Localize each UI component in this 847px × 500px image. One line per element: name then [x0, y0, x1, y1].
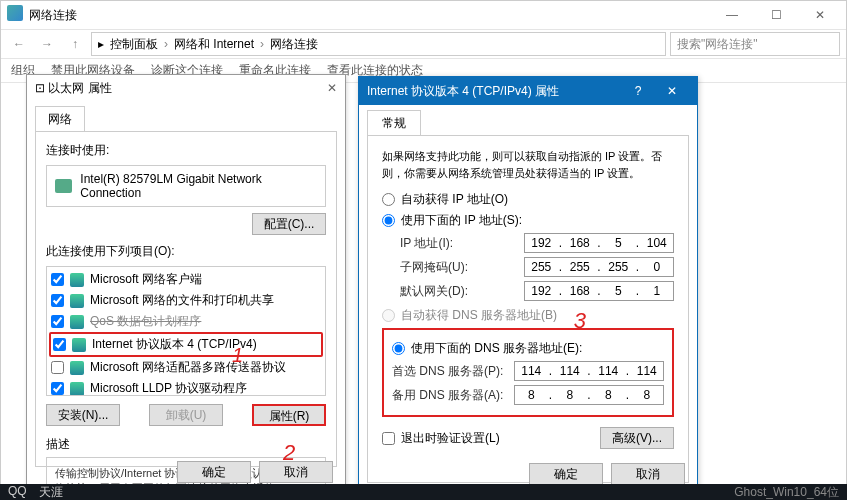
- adapter-name: Intel(R) 82579LM Gigabit Network Connect…: [80, 172, 317, 200]
- taskbar-item[interactable]: QQ: [8, 484, 27, 501]
- ok-button[interactable]: 确定: [177, 461, 251, 483]
- breadcrumb[interactable]: 网络连接: [270, 36, 318, 53]
- items-listbox[interactable]: Microsoft 网络客户端 Microsoft 网络的文件和打印机共享 Qo…: [46, 266, 326, 396]
- addressbar-icon: ▸: [98, 37, 104, 51]
- radio-auto-ip[interactable]: 自动获得 IP 地址(O): [382, 191, 674, 208]
- component-icon: [70, 294, 84, 308]
- tab-strip: 网络: [27, 101, 345, 131]
- item-checkbox[interactable]: [53, 338, 66, 351]
- chevron-right-icon: ›: [164, 37, 168, 51]
- component-icon: [70, 382, 84, 396]
- close-icon[interactable]: ✕: [655, 84, 689, 98]
- dialog-title: Internet 协议版本 4 (TCP/IPv4) 属性: [367, 83, 621, 100]
- tab-network[interactable]: 网络: [35, 106, 85, 132]
- properties-button[interactable]: 属性(R): [252, 404, 326, 426]
- nav-forward-icon[interactable]: →: [35, 32, 59, 56]
- mask-label: 子网掩码(U):: [400, 259, 524, 276]
- component-icon: [72, 338, 86, 352]
- ipv4-properties-dialog: Internet 协议版本 4 (TCP/IPv4) 属性 ? ✕ 常规 如果网…: [358, 76, 698, 494]
- dns2-label: 备用 DNS 服务器(A):: [392, 387, 514, 404]
- close-button[interactable]: ✕: [798, 1, 842, 29]
- install-button[interactable]: 安装(N)...: [46, 404, 120, 426]
- item-checkbox[interactable]: [51, 273, 64, 286]
- component-icon: [70, 315, 84, 329]
- dns-group-highlight: 3 使用下面的 DNS 服务器地址(E): 首选 DNS 服务器(P): 114…: [382, 328, 674, 417]
- ethernet-properties-dialog: ⊡ 以太网 属性 ✕ 网络 连接时使用: Intel(R) 82579LM Gi…: [26, 74, 346, 492]
- maximize-button[interactable]: ☐: [754, 1, 798, 29]
- annotation-3: 3: [574, 308, 586, 334]
- gateway-label: 默认网关(D):: [400, 283, 524, 300]
- item-checkbox[interactable]: [51, 382, 64, 395]
- radio-auto-dns: 自动获得 DNS 服务器地址(B): [382, 307, 674, 324]
- search-input[interactable]: 搜索"网络连接": [670, 32, 840, 56]
- component-icon: [70, 273, 84, 287]
- list-item-tcpipv4[interactable]: Internet 协议版本 4 (TCP/IPv4): [49, 332, 323, 357]
- taskbar-item[interactable]: 天涯: [39, 484, 63, 501]
- dialog-title: 以太网 属性: [48, 80, 327, 97]
- list-item[interactable]: Microsoft 网络客户端: [49, 269, 323, 290]
- chevron-right-icon: ›: [260, 37, 264, 51]
- list-item[interactable]: Microsoft 网络的文件和打印机共享: [49, 290, 323, 311]
- nav-back-icon[interactable]: ←: [7, 32, 31, 56]
- cancel-button[interactable]: 取消: [259, 461, 333, 483]
- gateway-input[interactable]: 192.168.5.1: [524, 281, 674, 301]
- dialog-titlebar: ⊡ 以太网 属性 ✕: [27, 75, 345, 101]
- dialog-titlebar: Internet 协议版本 4 (TCP/IPv4) 属性 ? ✕: [359, 77, 697, 105]
- tab-strip: 常规: [359, 105, 697, 135]
- radio-use-ip[interactable]: 使用下面的 IP 地址(S):: [382, 212, 674, 229]
- window-title: 网络连接: [5, 7, 77, 24]
- breadcrumb[interactable]: 网络和 Internet: [174, 36, 254, 53]
- help-icon[interactable]: ?: [621, 84, 655, 98]
- explorer-nav: ← → ↑ ▸ 控制面板 › 网络和 Internet › 网络连接 搜索"网络…: [1, 29, 846, 59]
- item-checkbox[interactable]: [51, 361, 64, 374]
- connect-using-label: 连接时使用:: [46, 142, 326, 159]
- breadcrumb[interactable]: 控制面板: [110, 36, 158, 53]
- intro-text: 如果网络支持此功能，则可以获取自动指派的 IP 设置。否则，你需要从网络系统管理…: [382, 148, 674, 181]
- annotation-1: 1: [232, 344, 243, 367]
- list-item[interactable]: Microsoft 网络适配器多路传送器协议: [49, 357, 323, 378]
- taskbar-right: Ghost_Win10_64位: [726, 484, 847, 501]
- item-checkbox[interactable]: [51, 315, 64, 328]
- close-icon[interactable]: ✕: [327, 81, 337, 95]
- dns1-label: 首选 DNS 服务器(P):: [392, 363, 514, 380]
- ok-button[interactable]: 确定: [529, 463, 603, 485]
- list-item[interactable]: QoS 数据包计划程序: [49, 311, 323, 332]
- tab-general[interactable]: 常规: [367, 110, 421, 136]
- radio-use-dns[interactable]: 使用下面的 DNS 服务器地址(E):: [392, 340, 664, 357]
- adapter-box: Intel(R) 82579LM Gigabit Network Connect…: [46, 165, 326, 207]
- validate-checkbox[interactable]: 退出时验证设置(L): [382, 430, 600, 447]
- address-bar[interactable]: ▸ 控制面板 › 网络和 Internet › 网络连接: [91, 32, 666, 56]
- ip-address-input[interactable]: 192.168.5.104: [524, 233, 674, 253]
- minimize-button[interactable]: —: [710, 1, 754, 29]
- ethernet-icon: ⊡: [35, 81, 45, 95]
- explorer-titlebar: 网络连接 — ☐ ✕: [1, 1, 846, 29]
- nic-icon: [55, 179, 72, 193]
- nav-up-icon[interactable]: ↑: [63, 32, 87, 56]
- uninstall-button[interactable]: 卸载(U): [149, 404, 223, 426]
- cancel-button[interactable]: 取消: [611, 463, 685, 485]
- advanced-button[interactable]: 高级(V)...: [600, 427, 674, 449]
- tab-pane: 连接时使用: Intel(R) 82579LM Gigabit Network …: [35, 131, 337, 467]
- tab-pane: 如果网络支持此功能，则可以获取自动指派的 IP 设置。否则，你需要从网络系统管理…: [367, 135, 689, 483]
- subnet-mask-input[interactable]: 255.255.255.0: [524, 257, 674, 277]
- taskbar: QQ 天涯 Ghost_Win10_64位: [0, 484, 847, 500]
- items-label: 此连接使用下列项目(O):: [46, 243, 326, 260]
- configure-button[interactable]: 配置(C)...: [252, 213, 326, 235]
- item-checkbox[interactable]: [51, 294, 64, 307]
- ip-label: IP 地址(I):: [400, 235, 524, 252]
- component-icon: [70, 361, 84, 375]
- alternate-dns-input[interactable]: 8.8.8.8: [514, 385, 664, 405]
- primary-dns-input[interactable]: 114.114.114.114: [514, 361, 664, 381]
- list-item[interactable]: Microsoft LLDP 协议驱动程序: [49, 378, 323, 396]
